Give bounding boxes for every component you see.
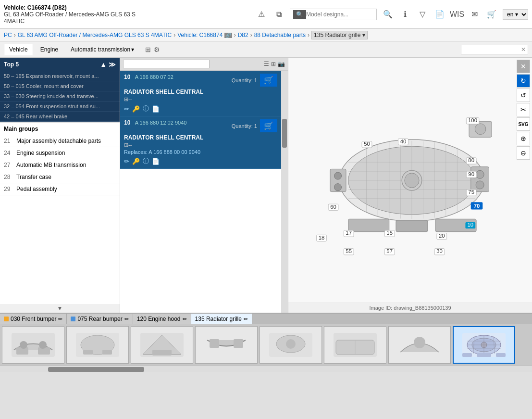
sidebar-item-29[interactable]: 29 Pedal assembly [0,183,120,195]
sidebar-item-28[interactable]: 28 Transfer case [0,171,120,183]
tab-engine[interactable]: Engine [35,44,63,55]
diagram-image-id: Image ID: drawing_B88135000139 [288,303,532,313]
thumbnail-item-3[interactable] [195,326,258,364]
thumb-edit-120-icon[interactable]: ✏ [183,316,187,322]
part-0-qty: Quantity: 1 [232,77,257,83]
thumbnail-tab-075[interactable]: 075 Rear bumper ✏ [67,314,133,324]
top5-item-3[interactable]: 32 – 054 Front suspension strut and su..… [0,102,120,112]
filter-header-icon[interactable]: ▽ [415,7,430,22]
sidebar-scroll-down[interactable]: ▼ [0,304,120,313]
parts-grid-icon[interactable]: ⊞ [271,61,276,67]
copy-icon[interactable]: ⧉ [272,7,286,22]
svg-rect-73 [152,350,172,356]
svg-text:10: 10 [468,222,474,228]
part-0-info-icon[interactable]: ⓘ [143,104,149,113]
tab-vehicle[interactable]: Vehicle [4,44,33,55]
parts-camera-icon[interactable]: 📷 [278,61,285,67]
thumbnail-item-0[interactable] [2,326,64,364]
top5-item-0[interactable]: 50 – 165 Expansion reservoir, mount a... [0,71,120,81]
top5-item-2[interactable]: 33 – 030 Steering knuckle and transve... [0,91,120,102]
part-0-key-icon[interactable]: 🔑 [132,105,140,113]
parts-list-scrollbar-thumb [282,119,287,148]
diagram-svg: 100 80 90 75 70 60 50 [298,99,507,262]
part-1-doc-icon[interactable]: 📄 [152,158,160,165]
thumbnail-item-6[interactable] [388,326,451,364]
breadcrumb-pc[interactable]: PC [4,32,12,38]
wis-icon[interactable]: WIS [450,7,464,22]
sidebar-scroll[interactable]: 21 Major assembly detachable parts 24 En… [0,135,120,304]
top5-item-1[interactable]: 50 – 015 Cooler, mount and cover [0,81,120,91]
diagram-zoom-in-btn[interactable]: ⊕ [517,132,530,145]
part-1-cart-button[interactable]: 🛒 [260,119,277,132]
part-item-1[interactable]: 10 A 166 880 12 02 9040 Quantity: 1 🛒 RA… [120,116,281,169]
tab-automatic-transmission[interactable]: Automatic transmission ▾ [65,44,139,55]
breadcrumb-vehicle-id[interactable]: Vehicle: C166874 🔗 [177,32,232,38]
part-1-info-icon[interactable]: ⓘ [143,157,149,165]
parts-list-header: ☰ ⊞ 📷 [120,58,288,71]
parts-list-icon[interactable]: ☰ [264,61,269,67]
svg-text:55: 55 [346,248,352,254]
sidebar: Top 5 ▲ ≫ 50 – 165 Expansion reservoir, … [0,58,120,313]
sidebar-item-21[interactable]: 21 Major assembly detachable parts [0,135,120,147]
language-select[interactable]: en ▾ [503,9,528,20]
thumbnail-item-7[interactable] [453,326,515,364]
model-search-button[interactable]: 🔍 [293,10,306,19]
top5-expand-icon[interactable]: ≫ [109,61,116,68]
part-item-0[interactable]: 10 A 166 880 07 02 Quantity: 1 🛒 RADIATO… [120,71,281,116]
parts-search-input[interactable] [123,60,210,68]
breadcrumb-135[interactable]: 135 Radiator grille ▾ [311,31,368,39]
thumbnail-tab-135[interactable]: 135 Radiator grille ✏ [191,314,252,324]
model-search-box: 🔍 [290,9,377,20]
sidebar-item-24-label: Engine suspension [16,150,65,156]
email-header-icon[interactable]: ✉ [467,7,482,22]
diagram-zoom-out-btn[interactable]: ⊖ [517,146,530,160]
part-0-doc-icon[interactable]: 📄 [152,105,160,113]
cart-header-icon[interactable]: 🛒 [484,7,499,22]
part-0-name: RADIATOR SHELL CENTRAL [124,89,277,95]
warning-icon[interactable]: ⚠ [254,7,269,22]
tab-icon-settings[interactable]: ⚙ [154,46,160,53]
part-1-pencil-icon[interactable]: ✏ [124,158,129,165]
diagram-close-button[interactable]: ✕ [517,60,530,73]
thumbnail-tab-120[interactable]: 120 Engine hood ✏ [133,314,191,324]
thumb-edit-135-icon[interactable]: ✏ [244,316,248,322]
print-header-icon[interactable]: 📄 [433,7,447,22]
info-header-icon[interactable]: ℹ [398,7,412,22]
h-scrollbar[interactable] [0,366,532,372]
parts-list-scrollbar[interactable] [281,71,288,313]
sidebar-item-27[interactable]: 27 Automatic MB transmission [0,159,120,171]
model-search-input[interactable] [306,11,373,18]
tab-search-clear-icon[interactable]: ✕ [521,46,526,53]
diagram-scissors-icon[interactable]: ✂ [517,103,530,116]
svg-text:90: 90 [469,171,475,177]
header-right-icons: 🔍 ℹ ▽ 📄 WIS ✉ 🛒 [381,7,499,22]
part-1-key-icon[interactable]: 🔑 [132,158,140,165]
breadcrumb-88[interactable]: 88 Detachable parts [254,32,306,38]
thumbnail-item-5[interactable] [324,326,386,364]
top5-collapse-icon[interactable]: ▲ [100,61,107,68]
part-1-grid: ⊞-- [124,142,277,148]
breadcrumb-vehicle-line[interactable]: GL 63 AMG Off-Roader / Mercedes-AMG GLS … [18,32,172,38]
svg-text:57: 57 [387,248,393,254]
breadcrumb-d82[interactable]: D82 [238,32,248,38]
tab-search-input[interactable] [463,46,521,53]
zoom-in-icon[interactable]: 🔍 [381,7,395,22]
part-0-cart-button[interactable]: 🛒 [260,74,277,87]
tab-icon-filter[interactable]: ⊞ [145,46,151,53]
thumb-edit-030-icon[interactable]: ✏ [58,316,62,322]
thumbnail-item-4[interactable] [260,326,322,364]
svg-point-20 [334,172,342,179]
thumb-label-030: 030 Front bumper [11,316,56,322]
diagram-undo-icon[interactable]: ↺ [517,89,530,102]
diagram-rotate-icon[interactable]: ↻ [517,74,530,88]
thumbnail-item-1[interactable] [66,326,129,364]
svg-point-18 [405,173,419,187]
part-0-pencil-icon[interactable]: ✏ [124,105,129,113]
thumb-edit-075-icon[interactable]: ✏ [124,316,129,322]
sidebar-item-29-label: Pedal assembly [16,186,57,192]
sidebar-item-24[interactable]: 24 Engine suspension [0,147,120,159]
svg-text:50: 50 [364,141,371,147]
top5-item-4[interactable]: 42 – 045 Rear wheel brake [0,112,120,122]
thumbnail-item-2[interactable] [131,326,193,364]
thumbnail-tab-030[interactable]: 030 Front bumper ✏ [0,314,67,324]
